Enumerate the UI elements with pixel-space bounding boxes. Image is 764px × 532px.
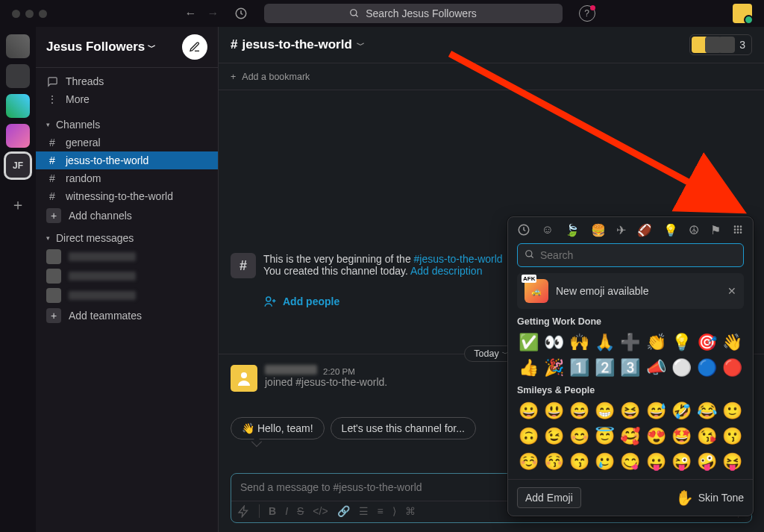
threads-item[interactable]: Threads: [36, 72, 218, 90]
search-input[interactable]: Search Jesus Followers: [264, 4, 563, 23]
emoji-cell[interactable]: 😇: [594, 425, 616, 448]
member-count[interactable]: 3: [689, 34, 752, 55]
workspace-switch-4[interactable]: [6, 124, 30, 148]
emoji-cell[interactable]: 😜: [670, 451, 692, 473]
channel-random[interactable]: #random: [36, 169, 218, 187]
emoji-cell[interactable]: 👏: [645, 331, 667, 354]
emoji-cell[interactable]: 😋: [619, 451, 642, 473]
close-icon[interactable]: ✕: [727, 285, 736, 297]
italic-icon[interactable]: I: [285, 505, 288, 517]
add-bookmark[interactable]: + Add a bookmark: [219, 63, 764, 90]
objects-tab-icon[interactable]: 💡: [663, 223, 678, 237]
channel-witnessing[interactable]: #witnessing-to-the-world: [36, 187, 218, 205]
emoji-cell[interactable]: 🤩: [670, 425, 692, 448]
emoji-cell[interactable]: 😆: [619, 400, 642, 422]
emoji-cell[interactable]: 👋: [721, 331, 744, 354]
emoji-cell[interactable]: 🙂: [721, 400, 744, 422]
emoji-cell[interactable]: 🥰: [619, 425, 642, 448]
emoji-cell[interactable]: 😄: [568, 400, 590, 422]
code-icon[interactable]: </>: [313, 505, 328, 517]
emoji-cell[interactable]: 😀: [517, 400, 539, 422]
add-teammates[interactable]: +Add teammates: [36, 305, 218, 326]
channel-jesus-to-the-world[interactable]: #jesus-to-the-world: [36, 151, 218, 169]
emoji-cell[interactable]: ⚪: [670, 357, 692, 379]
emoji-cell[interactable]: 😝: [721, 451, 744, 473]
emoji-cell[interactable]: 🎉: [542, 357, 565, 379]
activity-tab-icon[interactable]: ✈: [616, 223, 626, 237]
workspace-switch-3[interactable]: [6, 94, 30, 118]
emoji-cell[interactable]: 😛: [645, 451, 667, 473]
workspace-switch-2[interactable]: [6, 64, 30, 88]
emoji-cell[interactable]: 😊: [568, 425, 590, 448]
dm-section[interactable]: ▾ Direct messages: [36, 226, 218, 247]
emoji-cell[interactable]: 😗: [721, 425, 744, 448]
channels-section[interactable]: ▾ Channels: [36, 113, 218, 134]
channel-title[interactable]: # jesus-to-the-world ﹀: [231, 37, 365, 52]
emoji-cell[interactable]: 🤪: [696, 451, 718, 473]
codeblock-icon[interactable]: ⌘: [405, 505, 416, 517]
new-emoji-banner[interactable]: 🚕AFK New emoji available ✕: [517, 273, 744, 309]
ol-icon[interactable]: ☰: [359, 505, 369, 517]
smileys-tab-icon[interactable]: ☺: [542, 223, 554, 237]
emoji-cell[interactable]: 2️⃣: [594, 357, 616, 379]
emoji-cell[interactable]: 📣: [645, 357, 667, 379]
travel-tab-icon[interactable]: 🏈: [637, 223, 652, 237]
emoji-cell[interactable]: 🙃: [517, 425, 539, 448]
emoji-cell[interactable]: 🔵: [696, 357, 718, 379]
user-avatar[interactable]: [733, 4, 752, 23]
quote-icon[interactable]: ⟩: [392, 505, 396, 517]
more-item[interactable]: ⋮ More: [36, 90, 218, 108]
emoji-cell[interactable]: 😍: [645, 425, 667, 448]
emoji-cell[interactable]: ✅: [517, 331, 539, 354]
compose-button[interactable]: [182, 34, 207, 60]
back-icon[interactable]: ←: [185, 7, 197, 20]
username[interactable]: [265, 365, 317, 375]
shortcuts-icon[interactable]: [237, 505, 250, 518]
workspace-name[interactable]: Jesus Followers ﹀: [46, 40, 156, 54]
food-tab-icon[interactable]: 🍔: [591, 223, 606, 237]
suggestion-pill[interactable]: 👋 Hello, team!: [231, 417, 325, 439]
window-controls[interactable]: [12, 10, 47, 18]
emoji-cell[interactable]: 😉: [542, 425, 565, 448]
emoji-cell[interactable]: 👍: [517, 357, 539, 379]
workspace-switch-active[interactable]: JF: [6, 154, 30, 178]
emoji-cell[interactable]: 🙌: [568, 331, 590, 354]
channel-general[interactable]: #general: [36, 134, 218, 151]
history-icon[interactable]: [234, 7, 248, 20]
user-avatar[interactable]: [231, 365, 257, 392]
emoji-cell[interactable]: 😁: [594, 400, 616, 422]
skin-tone-button[interactable]: ✋ Skin Tone: [675, 489, 744, 507]
suggestion-pill[interactable]: Let's use this channel for...: [331, 417, 476, 439]
symbols-tab-icon[interactable]: ☮: [689, 223, 699, 237]
ul-icon[interactable]: ≡: [378, 505, 383, 517]
workspace-switch-1[interactable]: [6, 34, 30, 58]
help-icon[interactable]: ?: [579, 5, 595, 22]
flags-tab-icon[interactable]: ⚑: [710, 223, 721, 237]
emoji-cell[interactable]: 🙏: [594, 331, 616, 354]
emoji-cell[interactable]: 💡: [670, 331, 692, 354]
add-channels[interactable]: +Add channels: [36, 205, 218, 226]
emoji-cell[interactable]: ☺️: [517, 451, 539, 473]
emoji-cell[interactable]: 😃: [542, 400, 565, 422]
emoji-cell[interactable]: 🥲: [594, 451, 616, 473]
link-icon[interactable]: 🔗: [337, 505, 350, 517]
forward-icon[interactable]: →: [207, 7, 219, 20]
strike-icon[interactable]: S: [297, 505, 304, 517]
custom-tab-icon[interactable]: [732, 223, 744, 237]
emoji-cell[interactable]: 😂: [696, 400, 718, 422]
dm-item[interactable]: [36, 286, 218, 305]
emoji-cell[interactable]: 😅: [645, 400, 667, 422]
emoji-cell[interactable]: 😚: [542, 451, 565, 473]
emoji-cell[interactable]: 🤣: [670, 400, 692, 422]
add-workspace-icon[interactable]: ＋: [6, 193, 30, 216]
emoji-cell[interactable]: 👀: [542, 331, 565, 354]
recent-tab-icon[interactable]: [517, 223, 530, 237]
bold-icon[interactable]: B: [269, 505, 276, 517]
emoji-cell[interactable]: 😘: [696, 425, 718, 448]
emoji-cell[interactable]: ➕: [619, 331, 642, 354]
add-emoji-button[interactable]: Add Emoji: [517, 487, 581, 508]
add-description-link[interactable]: Add description: [410, 265, 483, 277]
nature-tab-icon[interactable]: 🍃: [565, 223, 580, 237]
emoji-cell[interactable]: 🔴: [721, 357, 744, 379]
emoji-cell[interactable]: 🎯: [696, 331, 718, 354]
